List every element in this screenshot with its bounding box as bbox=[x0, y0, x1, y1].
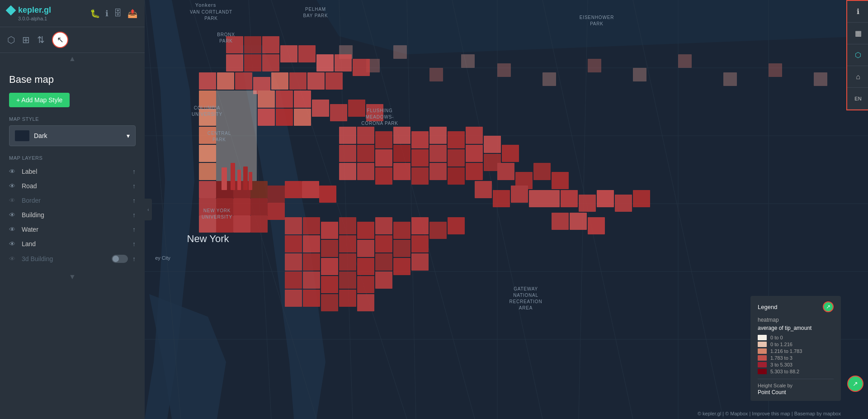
map-layers-label: Map Layers bbox=[9, 155, 136, 161]
right-info-button[interactable]: ℹ bbox=[847, 1, 868, 23]
scroll-up-handle[interactable]: ▲ bbox=[0, 53, 145, 65]
cursor-button[interactable]: ↖ bbox=[52, 32, 68, 48]
database-icon[interactable]: 🗄 bbox=[114, 9, 122, 18]
svg-rect-112 bbox=[393, 163, 410, 180]
layer-visibility-3d-building[interactable]: 👁 bbox=[9, 255, 17, 262]
legend-range-0: 0 to 0 bbox=[758, 335, 834, 340]
svg-rect-128 bbox=[303, 235, 320, 252]
layer-color-building[interactable]: ↑ bbox=[132, 211, 136, 219]
svg-rect-114 bbox=[429, 163, 447, 180]
svg-rect-89 bbox=[250, 215, 268, 233]
svg-rect-37 bbox=[244, 54, 261, 71]
svg-rect-141 bbox=[393, 258, 410, 275]
3d-building-toggle[interactable] bbox=[112, 255, 128, 263]
svg-rect-88 bbox=[233, 215, 250, 233]
svg-rect-95 bbox=[429, 127, 447, 144]
legend-toggle-button[interactable]: ↗ bbox=[823, 301, 834, 312]
svg-rect-34 bbox=[244, 36, 261, 53]
collapse-handle[interactable]: ‹ bbox=[145, 199, 152, 220]
svg-rect-138 bbox=[339, 253, 356, 271]
svg-rect-25 bbox=[497, 63, 511, 77]
svg-rect-27 bbox=[588, 59, 601, 72]
svg-text:COLUMBIA: COLUMBIA bbox=[194, 105, 221, 110]
right-language-button[interactable]: EN bbox=[847, 88, 868, 110]
svg-rect-169 bbox=[511, 186, 528, 203]
right-split-button[interactable]: ▦ bbox=[847, 23, 868, 44]
right-home-button[interactable]: ⌂ bbox=[847, 66, 868, 88]
layer-visibility-building[interactable]: 👁 bbox=[9, 211, 17, 219]
layer-visibility-label[interactable]: 👁 bbox=[9, 168, 17, 175]
info-icon[interactable]: ℹ bbox=[105, 9, 108, 19]
svg-rect-157 bbox=[552, 172, 569, 189]
svg-rect-125 bbox=[429, 222, 447, 239]
layer-color-border[interactable]: ↑ bbox=[132, 197, 136, 204]
add-map-style-button[interactable]: + Add Map Style bbox=[9, 93, 70, 107]
right-compass-button[interactable]: ⬡ bbox=[847, 44, 868, 66]
legend-color-1 bbox=[758, 342, 767, 347]
legend-toggle-icon: ↗ bbox=[826, 304, 830, 310]
svg-rect-79 bbox=[243, 167, 248, 190]
svg-text:CENTRAL: CENTRAL bbox=[208, 131, 231, 136]
layer-color-land[interactable]: ↑ bbox=[132, 240, 136, 248]
settings-icon[interactable]: ⇅ bbox=[37, 34, 45, 45]
bug-icon[interactable]: 🐛 bbox=[90, 9, 100, 19]
svg-rect-168 bbox=[493, 190, 510, 207]
svg-rect-44 bbox=[199, 72, 216, 90]
layer-visibility-road[interactable]: 👁 bbox=[9, 182, 17, 190]
svg-rect-32 bbox=[814, 72, 827, 86]
svg-text:UNIVERSITY: UNIVERSITY bbox=[202, 214, 232, 219]
svg-rect-74 bbox=[302, 181, 319, 198]
layer-name-road: Road bbox=[22, 182, 128, 190]
legend-range-2: 1.216 to 1.783 bbox=[758, 348, 834, 354]
layer-visibility-land[interactable]: 👁 bbox=[9, 240, 17, 248]
svg-rect-55 bbox=[199, 145, 216, 162]
svg-rect-83 bbox=[233, 198, 250, 215]
layer-color-3d-building[interactable]: ↑ bbox=[132, 255, 136, 262]
svg-rect-101 bbox=[375, 149, 392, 167]
legend-range-5: 5.303 to 88.2 bbox=[758, 369, 834, 374]
svg-rect-152 bbox=[339, 290, 356, 307]
legend-type: heatmap bbox=[758, 317, 834, 323]
layer-color-label[interactable]: ↑ bbox=[132, 168, 136, 175]
svg-rect-93 bbox=[393, 127, 410, 144]
svg-rect-65 bbox=[330, 104, 347, 121]
svg-rect-98 bbox=[484, 136, 501, 153]
svg-text:New York: New York bbox=[187, 233, 230, 244]
layer-color-road[interactable]: ↑ bbox=[132, 182, 136, 190]
svg-rect-134 bbox=[411, 235, 429, 252]
svg-rect-24 bbox=[461, 54, 475, 68]
svg-rect-94 bbox=[411, 131, 429, 148]
style-dropdown[interactable]: Dark ▾ bbox=[9, 125, 136, 146]
svg-rect-70 bbox=[233, 181, 250, 198]
svg-rect-109 bbox=[339, 163, 356, 180]
basemap-section: Base map + Add Map Style bbox=[0, 65, 145, 112]
svg-rect-64 bbox=[312, 100, 329, 117]
svg-rect-135 bbox=[285, 253, 302, 271]
svg-text:UNIVERSITY: UNIVERSITY bbox=[192, 112, 222, 117]
svg-rect-26 bbox=[542, 72, 556, 86]
export-icon[interactable]: 📤 bbox=[127, 9, 137, 19]
svg-rect-72 bbox=[268, 186, 285, 203]
scroll-down-handle[interactable]: ▼ bbox=[0, 271, 145, 283]
svg-rect-117 bbox=[285, 217, 302, 234]
svg-rect-75 bbox=[319, 186, 336, 203]
layers-icon[interactable]: ⬡ bbox=[7, 34, 15, 45]
svg-text:CORONA PARK: CORONA PARK bbox=[361, 121, 398, 126]
svg-rect-46 bbox=[235, 72, 252, 90]
svg-rect-130 bbox=[339, 235, 356, 252]
svg-text:PARK: PARK bbox=[219, 38, 233, 43]
svg-rect-42 bbox=[335, 54, 352, 71]
legend-height-value: Point Count bbox=[758, 389, 834, 395]
legend-panel: Legend ↗ heatmap average of tip_amount 0… bbox=[750, 296, 841, 401]
layer-visibility-border[interactable]: 👁 bbox=[9, 197, 17, 204]
svg-rect-106 bbox=[466, 145, 483, 162]
toolbar: ⬡ ⊞ ⇅ ↖ bbox=[0, 27, 145, 53]
svg-rect-38 bbox=[262, 54, 279, 71]
layer-color-water[interactable]: ↑ bbox=[132, 226, 136, 233]
filter-icon[interactable]: ⊞ bbox=[22, 34, 30, 45]
legend-label-2: 1.216 to 1.783 bbox=[770, 348, 802, 354]
svg-rect-105 bbox=[448, 149, 465, 167]
svg-rect-133 bbox=[393, 240, 410, 257]
legend-expand-button[interactable]: ↗ bbox=[847, 376, 863, 392]
layer-visibility-water[interactable]: 👁 bbox=[9, 226, 17, 233]
